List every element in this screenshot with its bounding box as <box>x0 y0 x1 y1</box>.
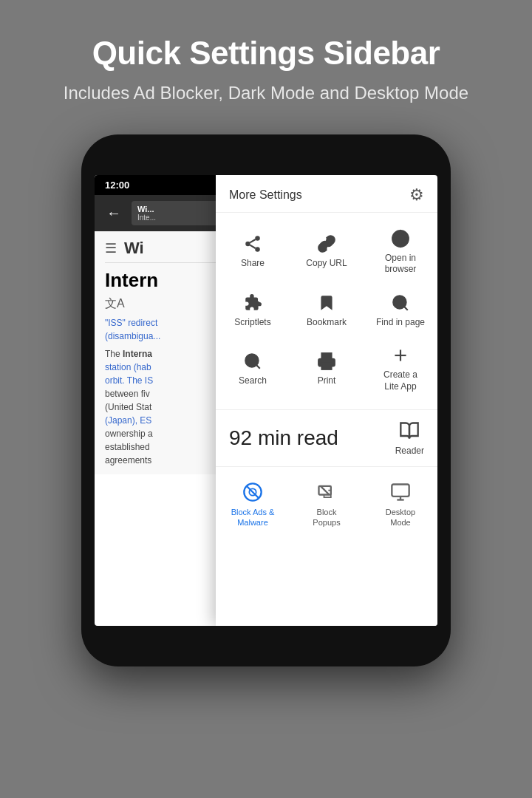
gear-icon[interactable]: ⚙ <box>409 185 424 205</box>
bookmark-icon <box>317 293 336 313</box>
context-menu-overlay: More Settings ⚙ Share Copy URL Open in b… <box>216 175 437 626</box>
block-ads-label: Block Ads &Malware <box>231 507 275 528</box>
print-label: Print <box>318 375 336 387</box>
reading-time-row: 92 min read Reader <box>216 410 437 467</box>
svg-point-2 <box>255 248 260 253</box>
svg-line-10 <box>256 365 260 369</box>
svg-line-8 <box>404 307 408 310</box>
puzzle-icon <box>243 293 262 313</box>
bottom-menu-grid: Block Ads &Malware BlockPopups <box>216 467 437 540</box>
disambig-link[interactable]: (disambigua... <box>105 331 160 341</box>
find-icon <box>391 293 410 313</box>
scriptlets-menu-item[interactable]: Scriptlets <box>216 284 290 338</box>
header-section: Quick Settings Sidebar Includes Ad Block… <box>64 0 468 127</box>
search-icon <box>243 352 262 371</box>
search-label: Search <box>239 375 267 387</box>
reader-menu-item[interactable]: Reader <box>395 420 424 456</box>
block-ads-icon <box>242 482 263 502</box>
svg-line-4 <box>250 239 255 242</box>
open-browser-menu-item[interactable]: Open in browser <box>364 220 437 284</box>
create-lite-app-label: Create aLite App <box>383 369 417 392</box>
share-menu-item[interactable]: Share <box>216 220 290 284</box>
print-icon <box>317 352 336 371</box>
wiki-logo: Wi <box>124 239 144 258</box>
print-menu-item[interactable]: Print <box>290 337 364 401</box>
main-menu-grid: Share Copy URL Open in browser Scriptlet… <box>216 213 437 410</box>
svg-line-18 <box>321 485 330 494</box>
block-popups-label: BlockPopups <box>313 507 340 528</box>
search-menu-item[interactable]: Search <box>216 337 290 401</box>
desktop-mode-menu-item[interactable]: DesktopMode <box>364 474 437 536</box>
svg-point-0 <box>255 236 260 242</box>
svg-point-9 <box>245 354 258 366</box>
bookmark-menu-item[interactable]: Bookmark <box>290 284 364 338</box>
copy-url-label: Copy URL <box>306 258 347 270</box>
block-popups-icon <box>316 482 337 502</box>
copy-url-menu-item[interactable]: Copy URL <box>290 220 364 284</box>
globe-icon <box>391 229 410 248</box>
find-in-page-label: Find in page <box>376 317 425 329</box>
page-subtitle: Includes Ad Blocker, Dark Mode and Deskt… <box>64 81 468 104</box>
dropdown-title: More Settings <box>229 188 302 202</box>
status-time: 12:00 <box>105 180 129 191</box>
page-title: Quick Settings Sidebar <box>64 35 468 71</box>
reader-icon <box>399 420 420 441</box>
dropdown-header: More Settings ⚙ <box>216 175 437 213</box>
svg-line-3 <box>250 245 255 248</box>
svg-point-1 <box>245 242 250 247</box>
reader-label: Reader <box>395 446 424 456</box>
desktop-mode-label: DesktopMode <box>386 507 415 528</box>
create-lite-app-menu-item[interactable]: Create aLite App <box>364 337 437 401</box>
hamburger-icon[interactable]: ☰ <box>105 240 117 256</box>
svg-point-7 <box>393 296 406 308</box>
svg-rect-11 <box>322 363 332 369</box>
open-browser-label: Open in browser <box>368 253 433 276</box>
plus-icon <box>391 346 410 365</box>
back-button[interactable]: ← <box>102 203 126 223</box>
block-popups-menu-item[interactable]: BlockPopups <box>290 474 364 536</box>
link-icon <box>317 234 336 253</box>
share-label: Share <box>241 258 265 270</box>
block-ads-menu-item[interactable]: Block Ads &Malware <box>216 474 290 536</box>
find-in-page-menu-item[interactable]: Find in page <box>364 284 437 338</box>
phone-mockup: 12:00 4G ▲ 🔋 100% ← Wi... Inte... ☰ Wi I… <box>81 134 451 666</box>
desktop-icon <box>390 482 411 502</box>
share-icon <box>243 234 262 253</box>
svg-rect-19 <box>392 484 409 496</box>
phone-screen: 12:00 4G ▲ 🔋 100% ← Wi... Inte... ☰ Wi I… <box>95 175 437 626</box>
bookmark-label: Bookmark <box>307 317 347 329</box>
redirect-text: "ISS" redirect <box>105 318 157 328</box>
scriptlets-label: Scriptlets <box>234 317 270 329</box>
svg-line-15 <box>247 485 259 497</box>
reading-time: 92 min read <box>229 426 386 450</box>
